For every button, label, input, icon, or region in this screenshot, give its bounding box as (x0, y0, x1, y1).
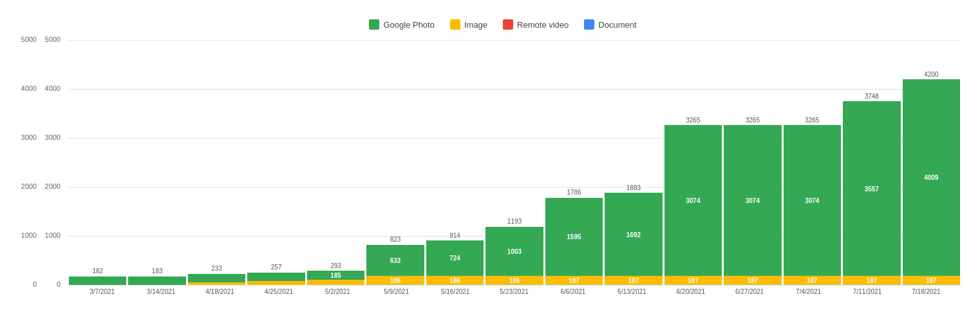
bar-top-label: 182 (92, 267, 103, 275)
bar-inner-label: 187 (628, 277, 639, 284)
bar-segment-google-photo: 1595 (545, 198, 603, 276)
legend-label: Google Photo (383, 20, 435, 30)
x-axis-label: 5/2/2021 (310, 288, 366, 295)
y-axis-label: 2000 (45, 182, 61, 190)
bar-top-label: 3265 (805, 117, 819, 124)
bar-inner-label: 1003 (507, 248, 522, 255)
bar-top-label: 3748 (865, 93, 879, 100)
bar-segment-image: 187 (784, 276, 841, 285)
bar-inner-label: 187 (926, 277, 937, 284)
y-axis-label: 0 (57, 280, 61, 288)
legend-color (369, 19, 379, 30)
x-axis-label: 6/20/2021 (663, 288, 719, 295)
legend-color (584, 19, 594, 30)
bar-inner-label: 1595 (567, 233, 581, 240)
bar-segment-google-photo: 185 (307, 271, 364, 280)
bar-inner-label: 186 (509, 277, 520, 284)
x-axis-label: 6/13/2021 (604, 288, 660, 295)
bar-segment-google-photo: 3074 (664, 125, 722, 276)
legend-label: Image (464, 20, 487, 30)
x-axis-label: 7/4/2021 (780, 288, 836, 295)
x-axis-label: 6/6/2021 (545, 288, 601, 295)
y-axis-label: 1000 (11, 231, 37, 239)
bar-top-label: 293 (330, 262, 341, 269)
x-axis: 3/7/20213/14/20214/18/20214/25/20215/2/2… (68, 288, 961, 295)
x-axis-label: 7/11/2021 (839, 288, 895, 295)
legend-item-document: Document (584, 19, 636, 30)
bar-segment-image: 186 (426, 276, 484, 285)
bar-segment-google-photo: 633 (366, 245, 424, 276)
y-axis-label: 2000 (11, 182, 37, 190)
x-axis-label: 3/14/2021 (133, 288, 189, 295)
bar-top-label: 257 (271, 264, 282, 271)
bar-segment-image: 187 (545, 276, 603, 285)
bar-segment-image (188, 282, 245, 285)
legend-label: Document (598, 20, 636, 30)
legend-label: Remote video (517, 20, 569, 30)
bar-segment-image: 186 (366, 276, 424, 285)
y-axis-label: 4000 (11, 84, 37, 92)
bar-top-label: 823 (390, 236, 401, 243)
plot-area: 0100020003000400050001821832332572931858… (68, 40, 961, 285)
y-axis: 010002000300040005000 (39, 40, 64, 285)
bar-inner-label: 4009 (924, 174, 938, 181)
x-axis-label: 5/9/2021 (368, 288, 424, 295)
legend-color (450, 19, 460, 30)
bar-top-label: 3265 (746, 117, 760, 124)
x-axis-label: 4/25/2021 (250, 288, 306, 295)
bar-inner-label: 3557 (865, 185, 879, 192)
bar-top-label: 1786 (567, 189, 581, 196)
grid-line (68, 40, 961, 41)
x-axis-label: 5/16/2021 (427, 288, 483, 295)
bar-segment-image: 187 (724, 276, 781, 285)
x-axis-label: 4/18/2021 (192, 288, 248, 295)
bar-inner-label: 3074 (805, 197, 819, 204)
bar-inner-label: 187 (748, 277, 759, 284)
legend-item-google-photo: Google Photo (369, 19, 435, 30)
bar-inner-label: 185 (330, 272, 341, 279)
bar-inner-label: 3074 (686, 197, 700, 204)
bar-top-label: 183 (152, 267, 163, 275)
y-axis-label: 5000 (11, 35, 37, 43)
bar-top-label: 1883 (627, 184, 641, 191)
bar-inner-label: 186 (390, 277, 401, 284)
legend-color (503, 19, 513, 30)
bar-inner-label: 187 (569, 277, 580, 284)
bar-inner-label: 187 (866, 277, 877, 284)
bar-segment-google-photo (128, 277, 185, 285)
bar-segment-google-photo: 1692 (605, 193, 662, 276)
grid-line (68, 89, 961, 90)
bar-segment-image (247, 281, 305, 285)
x-axis-label: 5/23/2021 (486, 288, 542, 295)
chart-legend: Google PhotoImageRemote videoDocument (39, 19, 967, 30)
x-axis-label: 6/27/2021 (721, 288, 777, 295)
y-axis-label: 4000 (45, 84, 61, 92)
bar-segment-image: 187 (664, 276, 722, 285)
bar-segment-image (307, 280, 364, 285)
grid-line (68, 285, 961, 286)
bar-inner-label: 1692 (627, 231, 641, 238)
bar-segment-google-photo (69, 277, 126, 285)
bar-inner-label: 633 (390, 257, 401, 264)
bar-segment-google-photo: 3074 (724, 125, 781, 276)
bar-inner-label: 187 (807, 277, 818, 284)
y-axis-label: 0 (11, 280, 37, 288)
bar-top-label: 3265 (686, 117, 700, 124)
bar-segment-image: 187 (903, 276, 960, 285)
bar-segment-image: 187 (843, 276, 900, 285)
x-axis-label: 3/7/2021 (74, 288, 130, 295)
bar-segment-google-photo: 3557 (843, 101, 900, 275)
bar-segment-image: 186 (485, 276, 543, 285)
bar-top-label: 4200 (924, 71, 938, 78)
bar-inner-label: 724 (449, 255, 460, 262)
chart-container: Google PhotoImageRemote videoDocument 01… (0, 0, 980, 330)
bar-inner-label: 187 (688, 277, 699, 284)
y-axis-label: 3000 (45, 133, 61, 141)
x-axis-label: 7/18/2021 (898, 288, 954, 295)
legend-item-image: Image (450, 19, 487, 30)
bar-segment-google-photo: 4009 (903, 79, 960, 276)
y-axis-label: 1000 (45, 231, 61, 239)
bar-top-label: 233 (211, 265, 222, 272)
bar-segment-google-photo: 724 (426, 240, 484, 276)
legend-item-remote-video: Remote video (503, 19, 569, 30)
